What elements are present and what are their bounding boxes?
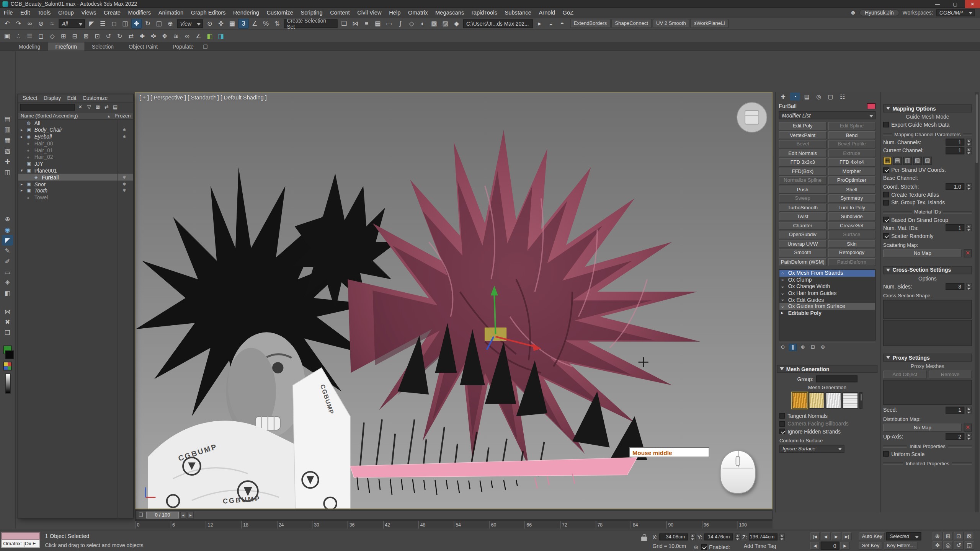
checkbox[interactable]: [779, 421, 785, 427]
based-on-strand-group-checkbox-row[interactable]: Based On Strand Group: [883, 216, 972, 223]
modifier-button[interactable]: CreaseSet: [828, 222, 875, 230]
modifier-button[interactable]: Smooth: [779, 249, 826, 257]
thumbnail-scrollbar[interactable]: [859, 392, 862, 408]
curve-editor-icon[interactable]: ∫: [395, 18, 406, 28]
bind-to-space-warp-icon[interactable]: ≈: [47, 18, 57, 28]
uv-channel-2-icon[interactable]: ▤: [893, 156, 902, 165]
orbit-icon[interactable]: ↺: [954, 541, 964, 550]
render-production-icon[interactable]: ◆: [451, 18, 462, 28]
viewport[interactable]: CGBUMP CGBUMP CGBUMP: [135, 92, 773, 509]
add-object-button[interactable]: Add Object: [883, 370, 926, 378]
modifier-button[interactable]: Surface: [828, 230, 875, 239]
maximize-viewport-toggle-icon[interactable]: ◱: [964, 541, 974, 550]
mesh-preset-card-thumbnail[interactable]: [843, 392, 858, 408]
checkbox[interactable]: [883, 451, 889, 457]
render-setup-icon[interactable]: ▩: [429, 18, 439, 28]
tree-row[interactable]: ● Hair_00: [18, 140, 133, 147]
menu-item[interactable]: Edit: [16, 8, 34, 17]
align-icon[interactable]: ≡: [361, 18, 372, 28]
schematic-view-icon[interactable]: ◇: [406, 18, 417, 28]
bridge-tool-icon[interactable]: ⊡: [92, 31, 103, 41]
menu-item[interactable]: Animation: [155, 8, 187, 17]
filter-icon[interactable]: ▽: [85, 103, 93, 111]
user-name[interactable]: Hyunsuk.Jin: [859, 9, 899, 16]
modifier-button[interactable]: Bevel Profile: [828, 140, 875, 148]
menu-item[interactable]: rapidTools: [468, 8, 501, 17]
select-object-icon[interactable]: ◤: [86, 18, 97, 28]
menu-item[interactable]: Modifiers: [124, 8, 155, 17]
play-animation-icon[interactable]: ▶: [831, 532, 841, 540]
modifier-button[interactable]: FFD(Box): [779, 167, 826, 176]
undo-icon[interactable]: ↶: [2, 18, 13, 28]
palette-icon[interactable]: ❒: [2, 328, 13, 338]
mesh-preset-ribbon-thumbnail[interactable]: [826, 392, 841, 408]
create-texture-atlas-checkbox-row[interactable]: Create Texture Atlas: [883, 191, 972, 199]
modifier-button[interactable]: Extrude: [828, 149, 875, 157]
num-channels-spinner[interactable]: [966, 139, 972, 146]
seed-field[interactable]: 1: [946, 406, 964, 413]
create-tab-icon[interactable]: ✚: [778, 93, 788, 101]
edit-named-selection-sets-icon[interactable]: ❏: [339, 18, 350, 28]
ribbon-tab[interactable]: Object Paint: [121, 42, 165, 51]
selection-filter-dropdown[interactable]: All: [59, 19, 85, 28]
sync-selection-icon[interactable]: ⇄: [103, 103, 111, 111]
viewcube[interactable]: [737, 103, 767, 132]
menu-item[interactable]: Graph Editors: [187, 8, 229, 17]
edge-mode-icon[interactable]: ☰: [24, 31, 35, 41]
uv-channel-4-icon[interactable]: ▧: [913, 156, 922, 165]
window-crossing-toggle-icon[interactable]: ◫: [120, 18, 131, 28]
select-and-place-icon[interactable]: ⊕: [165, 18, 176, 28]
field-of-view-icon[interactable]: ◎: [943, 541, 953, 550]
uv-channel-1-icon[interactable]: ▦: [883, 156, 892, 165]
snaps-toggle-3d-icon[interactable]: 3: [238, 18, 249, 28]
lock-explorer-icon[interactable]: ⊠: [94, 103, 102, 111]
eye-highlight-icon[interactable]: ◉: [2, 224, 13, 235]
symmetry-tool-icon[interactable]: ⇄: [126, 31, 136, 41]
border-mode-icon[interactable]: ◻: [36, 31, 46, 41]
layer-explorer-dock-icon[interactable]: ▥: [2, 124, 13, 135]
panel-scrollbar[interactable]: [975, 92, 979, 512]
z-coordinate-field[interactable]: 136.744cm: [749, 533, 777, 540]
menu-item[interactable]: Rendering: [229, 8, 263, 17]
keyboard-shortcut-override-icon[interactable]: ▦: [227, 18, 238, 28]
viewport-layout-tabs-icon[interactable]: ◫: [2, 167, 13, 178]
tree-row[interactable]: ▸ ▣ Snot ✱: [18, 181, 133, 187]
modifier-button[interactable]: Skin: [828, 240, 875, 248]
scene-explorer-menu-item[interactable]: Customize: [80, 95, 110, 101]
toolbar-script-button[interactable]: ShapeConnect: [611, 19, 652, 28]
color-palette-icon[interactable]: [3, 362, 12, 370]
toolbox-icon[interactable]: ✚: [2, 156, 13, 167]
modifier-button[interactable]: PatchDeform: [828, 258, 875, 266]
hierarchy-tab-icon[interactable]: ▤: [802, 93, 812, 101]
checkbox[interactable]: [701, 544, 707, 550]
display-tab-icon[interactable]: ▢: [826, 93, 836, 101]
object-name-field[interactable]: FurBall: [779, 103, 864, 109]
menu-item[interactable]: Create: [100, 8, 124, 17]
expand-arrow-icon[interactable]: ▸: [21, 127, 25, 132]
swift-loop-icon[interactable]: ⊞: [58, 31, 69, 41]
str-group-tex-islands-checkbox-row[interactable]: Str. Group Tex. Islands: [883, 199, 972, 206]
detach-tool-icon[interactable]: ✜: [148, 31, 159, 41]
modifier-button[interactable]: FFD 4x4x4: [828, 158, 875, 166]
delete-dock-icon[interactable]: ✖: [2, 317, 13, 328]
saved-scene-explorers-icon[interactable]: ▧: [2, 145, 13, 156]
paint-select-icon[interactable]: ◧: [204, 31, 215, 41]
tree-row[interactable]: ◈ FurBall ✱: [18, 174, 133, 181]
viewport-label[interactable]: [ + ] [ Perspective ] [ Standard* ] [ De…: [139, 95, 267, 101]
ribbon-tab[interactable]: Populate: [165, 42, 201, 51]
previous-key-icon[interactable]: ◀: [810, 542, 820, 550]
tree-row[interactable]: ● Hair_02: [18, 154, 133, 161]
timeline-mode-icon[interactable]: ❒: [137, 511, 145, 519]
ribbon-minimize-icon[interactable]: ❒: [201, 43, 209, 51]
clear-map-icon[interactable]: ✕: [964, 249, 972, 257]
object-color-swatch[interactable]: [867, 103, 875, 109]
tree-row[interactable]: ● Towel: [18, 194, 133, 201]
background-color-swatch[interactable]: [5, 350, 14, 359]
uniform-scale-checkbox-row[interactable]: Uniform Scale: [883, 450, 972, 458]
checkbox[interactable]: [779, 429, 785, 434]
select-and-manipulate-icon[interactable]: ✜: [216, 18, 226, 28]
tree-row[interactable]: ▣ JJY: [18, 160, 133, 167]
sort-ascending-icon[interactable]: ▲: [107, 114, 111, 118]
attach-tool-icon[interactable]: ✚: [137, 31, 148, 41]
scattering-map-button[interactable]: No Map: [883, 249, 962, 257]
